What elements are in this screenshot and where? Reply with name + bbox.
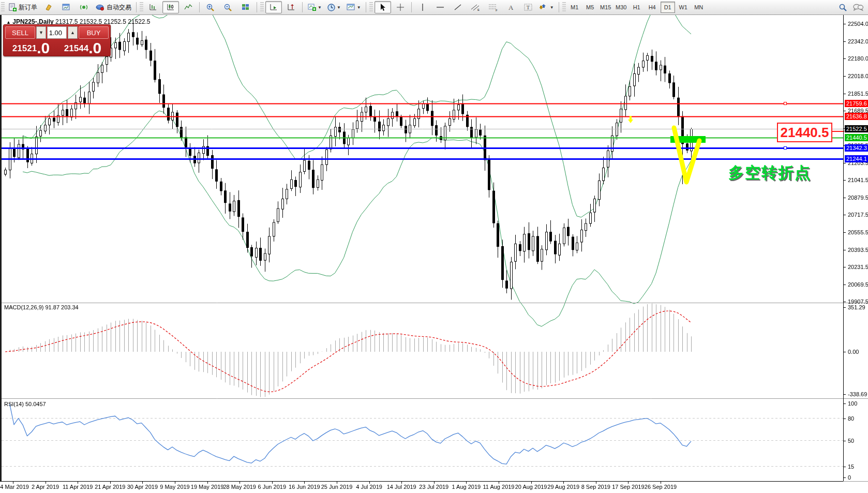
zoom-in-button[interactable] [202,1,219,13]
timeframe-button-m30[interactable]: M30 [614,2,628,13]
rsi-tick: 80 [848,415,854,422]
toolbar-separator [411,2,412,12]
level-price-annotation[interactable]: 21440.5 [777,123,832,142]
text-tool-button[interactable]: A [502,1,519,13]
chart-canvas[interactable] [0,0,868,493]
vertical-line-tool-button[interactable] [414,1,431,13]
timeframe-button-m1[interactable]: M1 [567,2,582,13]
buy-price-decimal: .0 [88,42,101,54]
toolbar-grip[interactable] [369,2,373,12]
zoom-out-button[interactable] [220,1,236,13]
auto-scroll-button[interactable] [265,1,282,13]
volume-input[interactable]: 1.00 [47,26,67,39]
price-tick: 22180.0 [848,55,868,62]
svg-text:T: T [526,4,530,10]
periods-button[interactable]: ▼ [325,1,343,13]
chat-icon[interactable] [852,3,864,11]
chart-window-button[interactable] [58,1,74,13]
indicators-button[interactable]: ▼ [305,1,324,13]
toolbar-separator [257,2,257,12]
timeframe-button-m15[interactable]: M15 [598,2,613,13]
price-tick: 20879.5 [848,195,868,201]
macd-tick: 0.00 [848,349,859,355]
buy-button[interactable]: BUY [79,26,109,39]
horizontal-line-tool-button[interactable] [432,1,448,13]
toolbar-grip[interactable] [1,2,5,12]
date-tick: 1 Aug 2019 [452,484,481,490]
trendline-tool-button[interactable] [450,1,466,13]
toolbar-grip[interactable] [562,2,566,12]
templates-dropdown-arrow[interactable]: ▼ [357,5,361,10]
highlighter-button[interactable] [40,1,57,13]
date-tick: 6 Jun 2019 [258,484,286,490]
fibonacci-icon: F [488,3,498,11]
rsi-tick: 15 [848,464,854,470]
chart-window-icon [62,3,71,11]
buy-price-main: 21544 [64,43,88,54]
sell-price-decimal: .0 [37,42,50,54]
turning-point-annotation[interactable]: 多空转折点 [728,162,811,184]
timeframe-button-d1[interactable]: D1 [661,2,675,13]
volume-decrease-button[interactable]: ▼ [36,26,46,39]
date-tick: 21 Apr 2019 [95,484,125,490]
rsi-tick: 0 [848,474,851,481]
signal-icon [80,3,88,11]
fibonacci-tool-button[interactable]: F [485,1,501,13]
cursor-tool-button[interactable] [375,1,391,13]
price-tick: 22342.0 [848,38,868,44]
toolbar-separator [366,2,366,12]
text-label-tool-button[interactable]: T [520,1,536,13]
volume-increase-button[interactable]: ▲ [68,26,78,39]
chart-shift-icon [287,3,296,11]
periods-dropdown-arrow[interactable]: ▼ [337,5,341,10]
new-order-button[interactable]: 新订单 [6,1,39,13]
highlighter-icon [44,3,53,11]
bar-chart-icon [148,3,158,11]
toolbar-separator [199,2,200,12]
date-tick: 25 Jun 2019 [321,484,353,490]
price-label-21759.6: 21759.6 [845,100,868,107]
indicators-icon [307,3,317,11]
main-toolbar: 新订单 自动交易 ▼ ▼ [0,0,868,15]
candlestick-chart-button[interactable] [162,1,179,13]
macd-tick: 351.29 [848,304,865,310]
horizontal-line-icon [436,3,445,11]
chart-shift-button[interactable] [283,1,300,13]
arrows-tool-button[interactable]: ▼ [537,1,556,13]
sell-price-main: 21521 [12,43,37,54]
line-chart-button[interactable] [180,1,197,13]
timeframe-button-h1[interactable]: H1 [630,2,644,13]
timeframe-button-m5[interactable]: M5 [583,2,597,13]
date-tick: 28 May 2019 [223,484,256,490]
date-tick: 4 Jul 2019 [356,484,382,490]
toolbar-grip[interactable] [140,2,143,12]
price-tick: 20393.5 [848,247,868,253]
price-tick: 20231.5 [848,264,868,270]
templates-button[interactable]: ▼ [344,1,363,13]
sell-button[interactable]: SELL [5,26,35,39]
price-tick: 21041.5 [848,177,868,183]
sell-price[interactable]: 21521 .0 [5,40,57,54]
equidistant-channel-tool-button[interactable]: E [467,1,484,13]
timeframe-button-mn[interactable]: MN [692,2,706,13]
signal-button[interactable] [76,1,92,13]
toolbar-separator [559,2,559,12]
crosshair-tool-button[interactable] [392,1,409,13]
search-icon[interactable] [839,3,847,12]
auto-scroll-icon [269,3,278,11]
text-icon: A [507,3,514,11]
indicators-dropdown-arrow[interactable]: ▼ [318,5,322,10]
timeframe-button-h4[interactable]: H4 [645,2,660,13]
toolbar-grip[interactable] [260,2,264,12]
date-tick: 9 May 2019 [160,484,189,490]
buy-price[interactable]: 21544 .0 [57,40,109,54]
timeframe-button-w1[interactable]: W1 [676,2,691,13]
bar-chart-button[interactable] [145,1,161,13]
svg-text:E: E [477,8,480,11]
date-tick: 8 Sep 2019 [581,484,610,490]
arrows-dropdown-arrow[interactable]: ▼ [550,5,554,10]
auto-trading-button[interactable]: 自动交易 [93,1,133,13]
rsi-tick: 50 [848,438,854,444]
periods-clock-icon [327,3,336,12]
tile-windows-button[interactable] [237,1,254,13]
